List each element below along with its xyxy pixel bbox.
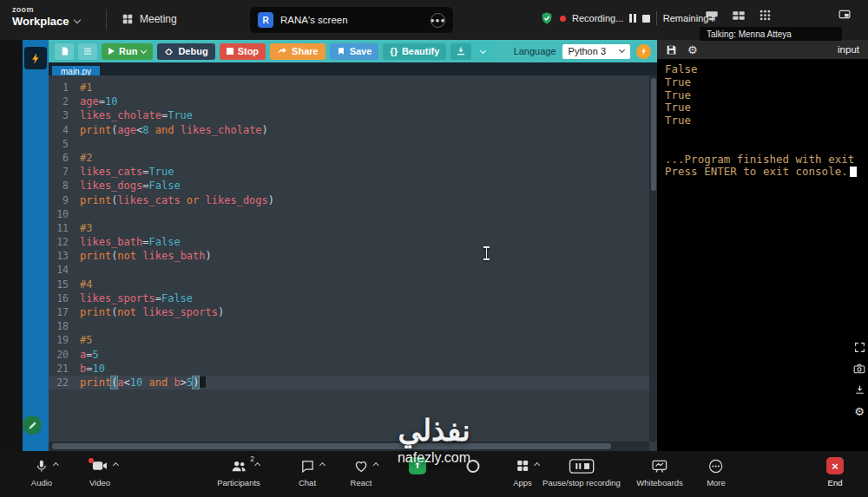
code-text: age=10 [80, 95, 117, 108]
whiteboards-button[interactable]: Whiteboards [636, 457, 682, 487]
more-options-icon[interactable]: ●●● [431, 13, 445, 28]
code-text: #4 [80, 278, 92, 291]
horizontal-scrollbar[interactable] [49, 441, 649, 451]
chevron-up-icon[interactable] [53, 462, 59, 468]
code-line[interactable]: 14 [49, 263, 649, 277]
code-line[interactable]: 6#2 [49, 151, 649, 165]
zoom-bottom-bar: Audio Video 2 Participants Chat React [0, 451, 868, 497]
chevron-up-icon[interactable] [113, 462, 119, 468]
chat-button[interactable]: Chat [299, 457, 316, 487]
chevron-up-icon[interactable] [534, 462, 540, 468]
chevron-up-icon[interactable] [372, 462, 378, 468]
code-lines: 1#12age=103likes_cholate=True4print(age<… [49, 81, 649, 389]
divider [106, 10, 107, 30]
minimize-window-icon[interactable] [838, 10, 851, 19]
line-number: 20 [49, 348, 80, 362]
code-line[interactable]: 9print(likes_cats or likes_dogs) [49, 193, 649, 207]
line-number: 19 [49, 333, 80, 347]
more-icon [709, 457, 724, 474]
code-line[interactable]: 12likes_bath=False [49, 235, 649, 249]
code-line[interactable]: 10 [49, 207, 649, 221]
code-line[interactable]: 20a=5 [49, 348, 649, 362]
vertical-scrollbar[interactable] [649, 75, 657, 441]
share-button[interactable]: Share [270, 43, 326, 60]
upgrade-bolt-icon[interactable] [636, 44, 651, 59]
code-line[interactable]: 19#5 [49, 333, 649, 347]
chevron-down-icon [480, 47, 486, 53]
ide-toolbar: Run Debug Stop Share Save {} Beautify [49, 40, 657, 62]
code-line[interactable]: 5 [49, 137, 649, 151]
gear-icon[interactable]: ⚙ [687, 44, 698, 56]
camera-icon[interactable] [853, 363, 865, 374]
video-button[interactable]: Video [89, 457, 110, 487]
beautify-button[interactable]: {} Beautify [383, 43, 446, 60]
code-line[interactable]: 11#3 [49, 221, 649, 235]
code-line[interactable]: 8likes_dogs=False [49, 179, 649, 193]
download-icon[interactable] [854, 384, 865, 396]
fullscreen-icon[interactable] [854, 342, 865, 353]
chevron-up-icon[interactable] [254, 462, 260, 468]
save-file-icon[interactable] [666, 44, 677, 56]
line-number: 4 [49, 123, 80, 137]
tab-ranas-screen[interactable]: R RANA's screen ●●● [250, 7, 453, 33]
share-icon [277, 46, 287, 56]
react-label: React [351, 478, 372, 487]
braces-icon: {} [390, 46, 398, 56]
code-line[interactable]: 22print(a<10 and b>5) [49, 376, 649, 389]
pause-stop-recording-button[interactable]: Pause/stop recording [542, 457, 621, 487]
audio-button[interactable]: Audio [31, 457, 52, 487]
code-line[interactable]: 18 [49, 319, 649, 333]
more-button[interactable]: More [707, 457, 726, 487]
security-shield-icon[interactable] [540, 11, 554, 25]
line-number: 13 [49, 249, 80, 263]
run-button[interactable]: Run [102, 43, 153, 60]
zoom-brand[interactable]: zoom Workplace [12, 5, 80, 28]
speaker-view-icon[interactable] [705, 10, 719, 22]
code-line[interactable]: 16likes_sports=False [49, 291, 649, 305]
console-output[interactable]: FalseTrueTrueTrueTrue...Program finished… [657, 59, 868, 451]
language-select[interactable]: Python 3 [562, 44, 630, 59]
end-label: End [828, 478, 843, 487]
code-line[interactable]: 3likes_cholate=True [49, 108, 649, 122]
gallery-view-icon[interactable] [732, 10, 746, 22]
code-line[interactable]: 13print(not likes_bath) [49, 249, 649, 263]
shared-screen: Run Debug Stop Share Save {} Beautify [0, 40, 868, 451]
download-button[interactable] [450, 43, 471, 60]
participants-button[interactable]: 2 Participants [217, 457, 260, 487]
code-line[interactable]: 21b=10 [49, 362, 649, 376]
chevron-up-icon[interactable] [319, 462, 325, 468]
code-line[interactable]: 17print(not likes_sports) [49, 305, 649, 319]
recording-label: Recording... [572, 13, 623, 23]
line-number: 7 [49, 165, 80, 179]
annotate-button[interactable] [23, 415, 42, 435]
react-button[interactable]: React [351, 457, 372, 487]
apps-button[interactable]: Apps [513, 457, 532, 487]
console-input-label[interactable]: input [838, 44, 859, 55]
line-number: 12 [49, 235, 80, 249]
list-icon-button[interactable] [78, 43, 97, 60]
chat-icon [299, 457, 314, 474]
code-line[interactable]: 2age=10 [49, 95, 649, 108]
code-line[interactable]: 15#4 [49, 278, 649, 291]
settings-gear-icon[interactable]: ⚙ [854, 406, 865, 417]
code-line[interactable]: 4print(age<8 and likes_cholate) [49, 123, 649, 137]
code-editor[interactable]: 1#12age=103likes_cholate=True4print(age<… [49, 75, 649, 441]
code-text: likes_sports=False [80, 291, 193, 305]
grid-view-icon[interactable] [759, 9, 772, 22]
pause-recording-icon[interactable] [629, 14, 636, 23]
code-line[interactable]: 1#1 [49, 81, 649, 95]
end-button[interactable]: × End [826, 457, 844, 487]
stop-button[interactable]: Stop [220, 43, 266, 60]
toolbar-item-obscured[interactable] [467, 457, 480, 474]
ide-logo[interactable] [24, 47, 47, 69]
apps-label: Apps [513, 478, 532, 487]
stop-recording-icon[interactable] [642, 15, 650, 23]
code-line[interactable]: 7likes_cats=True [49, 165, 649, 179]
download-options-button[interactable] [476, 43, 490, 60]
share-screen-button[interactable] [409, 457, 426, 474]
tab-meeting[interactable]: Meeting [122, 13, 177, 25]
file-icon-button[interactable] [55, 43, 74, 60]
debug-button[interactable]: Debug [157, 43, 214, 60]
debug-label: Debug [178, 46, 207, 56]
save-button[interactable]: Save [330, 43, 379, 60]
